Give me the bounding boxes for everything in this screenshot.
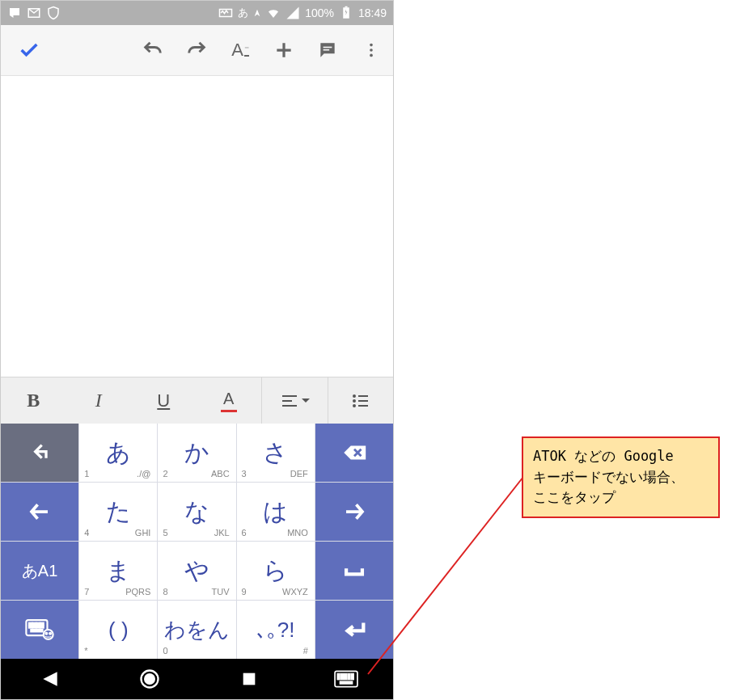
- svg-point-22: [44, 630, 53, 639]
- svg-rect-14: [33, 623, 36, 625]
- key-a[interactable]: あ 1 ./@: [79, 424, 157, 482]
- svg-point-26: [145, 674, 154, 684]
- italic-button[interactable]: I: [66, 377, 132, 424]
- wifi-icon: [266, 6, 281, 20]
- svg-rect-35: [341, 677, 343, 680]
- nav-home[interactable]: [133, 663, 166, 695]
- key-reverse[interactable]: [1, 424, 78, 482]
- location-icon: [253, 6, 261, 20]
- notif-icon-1: [7, 6, 22, 20]
- nav-recents[interactable]: [233, 663, 265, 695]
- clock-text: 18:49: [358, 6, 387, 19]
- add-button[interactable]: [270, 36, 298, 64]
- status-left: [7, 6, 61, 20]
- bold-button[interactable]: B: [1, 377, 66, 424]
- key-left[interactable]: [1, 483, 78, 541]
- svg-rect-37: [348, 677, 350, 680]
- key-ha[interactable]: は 6 MNO: [237, 483, 315, 541]
- callout-line-3: ここをタップ: [533, 487, 709, 508]
- svg-point-10: [353, 400, 355, 402]
- svg-rect-5: [324, 49, 330, 51]
- comment-button[interactable]: [314, 36, 341, 64]
- svg-point-24: [49, 633, 51, 635]
- svg-rect-30: [341, 674, 343, 677]
- svg-rect-3: [345, 6, 347, 8]
- gmail-icon: [27, 6, 41, 20]
- callout-line-1: ATOK などの Google: [533, 446, 709, 467]
- activity-icon: [218, 6, 233, 20]
- svg-rect-16: [40, 623, 44, 625]
- key-punct[interactable]: ､｡?! #: [237, 601, 315, 659]
- status-bar: あ 100% 18:49: [1, 1, 393, 25]
- svg-rect-27: [243, 673, 256, 685]
- keyboard: あ 1 ./@ か 2 ABC さ 3 DEF た: [1, 424, 393, 659]
- status-right: あ 100% 18:49: [218, 6, 387, 20]
- svg-rect-32: [348, 674, 350, 677]
- svg-rect-4: [324, 47, 332, 48]
- undo-button[interactable]: [139, 36, 167, 64]
- svg-point-23: [45, 633, 47, 635]
- text-format-button[interactable]: A⁻: [226, 36, 254, 64]
- key-paren[interactable]: ( ) *: [79, 601, 157, 659]
- svg-point-8: [370, 54, 373, 57]
- key-enter[interactable]: [315, 601, 393, 659]
- text-color-button[interactable]: A: [197, 377, 262, 424]
- more-button[interactable]: [357, 36, 385, 64]
- key-wa[interactable]: わをん 0: [158, 601, 235, 659]
- key-right[interactable]: [315, 483, 393, 541]
- align-button[interactable]: [262, 377, 328, 424]
- svg-point-11: [353, 405, 355, 407]
- key-ta[interactable]: た 4 GHI: [79, 483, 157, 541]
- battery-text: 100%: [305, 6, 334, 19]
- shield-icon: [46, 6, 61, 20]
- svg-rect-29: [337, 674, 340, 677]
- svg-rect-18: [33, 626, 36, 627]
- svg-point-7: [370, 48, 373, 52]
- key-mode-switch[interactable]: あA1: [1, 542, 78, 600]
- key-ma[interactable]: ま 7 PQRS: [79, 542, 157, 600]
- list-button[interactable]: [328, 377, 394, 424]
- svg-rect-20: [40, 626, 44, 627]
- key-backspace[interactable]: [315, 424, 393, 482]
- ime-indicator: あ: [238, 6, 248, 20]
- svg-point-6: [370, 44, 373, 47]
- callout-line-2: キーボードでない場合、: [533, 467, 709, 488]
- phone-frame: あ 100% 18:49: [0, 0, 394, 700]
- svg-rect-21: [31, 630, 42, 631]
- svg-rect-38: [351, 677, 353, 680]
- svg-rect-15: [37, 623, 40, 625]
- svg-rect-39: [340, 681, 352, 684]
- svg-point-9: [353, 395, 355, 397]
- redo-button[interactable]: [183, 36, 210, 64]
- svg-rect-31: [344, 674, 346, 677]
- svg-rect-34: [337, 677, 340, 680]
- format-toolbar: B I U A: [1, 377, 393, 424]
- battery-icon: [339, 6, 353, 20]
- nav-bar: [1, 659, 393, 699]
- nav-ime-switch[interactable]: [332, 668, 360, 689]
- svg-rect-17: [29, 626, 32, 627]
- svg-rect-13: [29, 623, 32, 625]
- key-space[interactable]: [315, 542, 393, 600]
- key-ya[interactable]: や 8 TUV: [158, 542, 235, 600]
- document-body[interactable]: [1, 75, 393, 377]
- key-sa[interactable]: さ 3 DEF: [237, 424, 315, 482]
- key-ra[interactable]: ら 9 WXYZ: [237, 542, 315, 600]
- svg-rect-19: [37, 626, 40, 627]
- key-emoji[interactable]: [1, 601, 78, 659]
- underline-button[interactable]: U: [131, 377, 197, 424]
- done-button[interactable]: [15, 36, 43, 64]
- app-toolbar: A⁻: [1, 25, 393, 75]
- key-ka[interactable]: か 2 ABC: [158, 424, 235, 482]
- annotation-callout: ATOK などの Google キーボードでない場合、 ここをタップ: [522, 436, 720, 518]
- svg-rect-36: [344, 677, 346, 680]
- key-na[interactable]: な 5 JKL: [158, 483, 235, 541]
- svg-rect-33: [351, 674, 353, 677]
- signal-icon: [286, 6, 300, 20]
- nav-back[interactable]: [34, 663, 66, 695]
